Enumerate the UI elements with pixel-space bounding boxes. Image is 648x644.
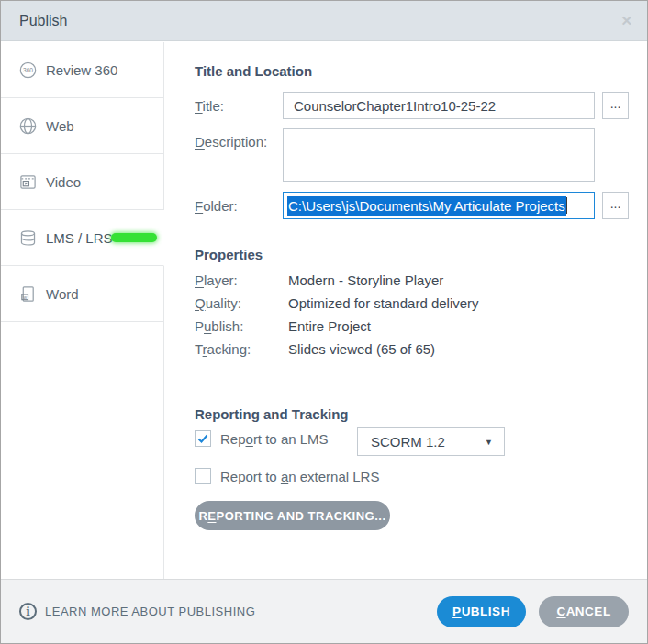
footer-buttons: PUBLISH CANCEL (437, 596, 629, 627)
database-icon (19, 229, 37, 247)
publish-scope-value[interactable]: Entire Project (288, 318, 371, 334)
close-icon[interactable]: ✕ (620, 14, 632, 28)
sidebar-item-video[interactable]: Video (1, 154, 164, 210)
quality-value[interactable]: Optimized for standard delivery (288, 295, 479, 311)
dialog-body: 360 Review 360 Web (1, 42, 647, 579)
selection-highlight-marker (111, 233, 157, 242)
globe-icon (19, 117, 37, 135)
publish-settings-panel: Title and Location Title: ... Descriptio… (164, 42, 647, 579)
publish-dialog: Publish ✕ 360 Review 360 (0, 0, 648, 644)
report-to-lms-checkbox[interactable] (195, 430, 211, 447)
title-browse-button[interactable]: ... (602, 92, 629, 119)
section-heading-reporting: Reporting and Tracking (195, 406, 349, 422)
sidebar-item-review-360[interactable]: 360 Review 360 (1, 42, 164, 98)
title-input[interactable] (283, 92, 595, 119)
sidebar-item-label: Word (46, 286, 79, 302)
sidebar-item-word[interactable]: w Word (1, 266, 164, 322)
publish-button[interactable]: PUBLISH (437, 596, 526, 627)
dialog-title: Publish (19, 13, 67, 29)
learn-more-link[interactable]: i LEARN MORE ABOUT PUBLISHING (19, 603, 255, 620)
info-icon: i (19, 603, 37, 620)
section-heading-properties: Properties (195, 247, 263, 262)
report-to-lms-label[interactable]: Report to an LMS (220, 431, 329, 447)
word-document-icon: w (19, 285, 37, 303)
quality-label: Quality: (195, 295, 241, 311)
player-label: Player: (195, 272, 238, 288)
svg-text:360: 360 (23, 66, 33, 72)
cancel-button[interactable]: CANCEL (539, 596, 629, 627)
section-heading-title-location: Title and Location (195, 63, 312, 79)
text-caret (566, 197, 567, 214)
folder-field-label: Folder: (195, 198, 238, 214)
selected-text: C:\Users\js\Documents\My Articulate Proj… (287, 196, 566, 216)
checkmark-icon (196, 432, 209, 445)
sidebar-item-label: Web (46, 118, 74, 134)
sidebar-item-label: Review 360 (46, 62, 117, 78)
svg-text:w: w (23, 294, 27, 299)
report-to-lrs-checkbox[interactable] (195, 468, 211, 484)
chevron-down-icon: ▼ (485, 438, 493, 447)
player-value[interactable]: Modern - Storyline Player (288, 272, 443, 288)
dialog-footer: i LEARN MORE ABOUT PUBLISHING PUBLISH CA… (1, 579, 647, 643)
video-icon (19, 173, 37, 191)
review-360-icon: 360 (19, 61, 37, 79)
sidebar-item-web[interactable]: Web (1, 98, 164, 154)
learn-more-label: LEARN MORE ABOUT PUBLISHING (45, 605, 255, 618)
lms-standard-value: SCORM 1.2 (371, 434, 445, 450)
publish-destination-sidebar: 360 Review 360 Web (1, 42, 164, 579)
title-field-label: Title: (195, 98, 224, 114)
sidebar-item-label: LMS / LRS (46, 230, 113, 246)
folder-input[interactable]: C:\Users\js\Documents\My Articulate Proj… (283, 192, 595, 219)
description-field-label: Description: (195, 134, 267, 150)
description-input[interactable] (283, 128, 595, 182)
report-to-lrs-label[interactable]: Report to an external LRS (220, 469, 379, 484)
folder-browse-button[interactable]: ... (602, 192, 629, 219)
sidebar-item-lms-lrs[interactable]: LMS / LRS (1, 210, 164, 266)
tracking-value[interactable]: Slides viewed (65 of 65) (288, 341, 435, 357)
sidebar-item-label: Video (46, 174, 81, 190)
tracking-label: Tracking: (195, 341, 251, 357)
dialog-titlebar: Publish ✕ (1, 1, 647, 41)
publish-scope-label: Publish: (195, 318, 243, 334)
sidebar-filler (1, 322, 164, 579)
reporting-and-tracking-button[interactable]: REPORTING AND TRACKING... (195, 501, 390, 530)
lms-standard-dropdown[interactable]: SCORM 1.2 ▼ (357, 427, 505, 456)
